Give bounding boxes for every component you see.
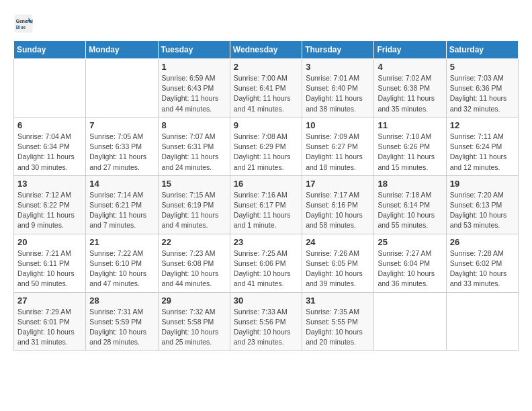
calendar-body: 1Sunrise: 6:59 AMSunset: 6:43 PMDaylight… <box>14 59 519 351</box>
calendar-cell: 25Sunrise: 7:27 AMSunset: 6:04 PMDayligh… <box>374 234 446 292</box>
calendar-cell: 22Sunrise: 7:23 AMSunset: 6:08 PMDayligh… <box>158 234 230 292</box>
day-info: Sunrise: 7:33 AMSunset: 5:56 PMDaylight:… <box>234 307 298 348</box>
calendar-cell: 14Sunrise: 7:14 AMSunset: 6:21 PMDayligh… <box>86 175 158 234</box>
calendar-cell: 4Sunrise: 7:02 AMSunset: 6:38 PMDaylight… <box>374 59 446 118</box>
logo: General Blue <box>13 13 36 34</box>
day-info: Sunrise: 7:27 AMSunset: 6:04 PMDaylight:… <box>378 248 442 289</box>
day-info: Sunrise: 7:23 AMSunset: 6:08 PMDaylight:… <box>162 248 226 289</box>
calendar-week-row: 1Sunrise: 6:59 AMSunset: 6:43 PMDaylight… <box>14 59 519 118</box>
day-number: 23 <box>234 237 298 247</box>
day-number: 12 <box>450 120 515 130</box>
calendar-cell: 29Sunrise: 7:32 AMSunset: 5:58 PMDayligh… <box>158 292 230 351</box>
calendar-cell <box>14 59 86 118</box>
day-number: 31 <box>306 295 370 306</box>
day-number: 21 <box>89 237 154 247</box>
calendar-cell <box>446 292 518 351</box>
day-number: 29 <box>162 295 226 306</box>
day-number: 4 <box>378 62 442 72</box>
calendar-cell <box>374 292 446 351</box>
day-info: Sunrise: 7:08 AMSunset: 6:29 PMDaylight:… <box>234 132 298 173</box>
day-info: Sunrise: 7:31 AMSunset: 5:59 PMDaylight:… <box>89 307 154 348</box>
day-info: Sunrise: 7:02 AMSunset: 6:38 PMDaylight:… <box>378 73 442 114</box>
weekday-header: Saturday <box>446 41 518 59</box>
day-info: Sunrise: 7:12 AMSunset: 6:22 PMDaylight:… <box>17 190 82 231</box>
calendar-table: SundayMondayTuesdayWednesdayThursdayFrid… <box>13 40 519 351</box>
day-info: Sunrise: 7:15 AMSunset: 6:19 PMDaylight:… <box>162 190 226 231</box>
day-number: 15 <box>162 179 226 189</box>
day-number: 18 <box>378 179 442 189</box>
day-number: 25 <box>378 237 442 247</box>
day-info: Sunrise: 7:29 AMSunset: 6:01 PMDaylight:… <box>17 307 82 348</box>
calendar-week-row: 27Sunrise: 7:29 AMSunset: 6:01 PMDayligh… <box>14 292 519 351</box>
svg-rect-0 <box>15 15 33 33</box>
calendar-cell: 15Sunrise: 7:15 AMSunset: 6:19 PMDayligh… <box>158 175 230 234</box>
day-info: Sunrise: 7:07 AMSunset: 6:31 PMDaylight:… <box>162 132 226 173</box>
day-info: Sunrise: 7:16 AMSunset: 6:17 PMDaylight:… <box>234 190 298 231</box>
calendar-week-row: 6Sunrise: 7:04 AMSunset: 6:34 PMDaylight… <box>14 117 519 175</box>
day-info: Sunrise: 7:28 AMSunset: 6:02 PMDaylight:… <box>450 248 515 289</box>
calendar-cell: 17Sunrise: 7:17 AMSunset: 6:16 PMDayligh… <box>302 175 374 234</box>
day-info: Sunrise: 6:59 AMSunset: 6:43 PMDaylight:… <box>162 73 226 114</box>
day-info: Sunrise: 7:05 AMSunset: 6:33 PMDaylight:… <box>89 132 154 173</box>
day-info: Sunrise: 7:17 AMSunset: 6:16 PMDaylight:… <box>306 190 370 231</box>
calendar-cell: 21Sunrise: 7:22 AMSunset: 6:10 PMDayligh… <box>86 234 158 292</box>
day-number: 5 <box>450 62 515 72</box>
day-info: Sunrise: 7:14 AMSunset: 6:21 PMDaylight:… <box>89 190 154 231</box>
day-number: 6 <box>17 120 82 130</box>
calendar-cell: 20Sunrise: 7:21 AMSunset: 6:11 PMDayligh… <box>14 234 86 292</box>
calendar-cell <box>86 59 158 118</box>
calendar-cell: 6Sunrise: 7:04 AMSunset: 6:34 PMDaylight… <box>14 117 86 175</box>
calendar-week-row: 20Sunrise: 7:21 AMSunset: 6:11 PMDayligh… <box>14 234 519 292</box>
calendar-cell: 31Sunrise: 7:35 AMSunset: 5:55 PMDayligh… <box>302 292 374 351</box>
day-info: Sunrise: 7:22 AMSunset: 6:10 PMDaylight:… <box>89 248 154 289</box>
day-info: Sunrise: 7:18 AMSunset: 6:14 PMDaylight:… <box>378 190 442 231</box>
day-info: Sunrise: 7:04 AMSunset: 6:34 PMDaylight:… <box>17 132 82 173</box>
calendar-cell: 24Sunrise: 7:26 AMSunset: 6:05 PMDayligh… <box>302 234 374 292</box>
day-info: Sunrise: 7:09 AMSunset: 6:27 PMDaylight:… <box>306 132 370 173</box>
day-info: Sunrise: 7:03 AMSunset: 6:36 PMDaylight:… <box>450 73 515 114</box>
logo-icon: General Blue <box>13 13 34 34</box>
calendar-cell: 1Sunrise: 6:59 AMSunset: 6:43 PMDaylight… <box>158 59 230 118</box>
day-info: Sunrise: 7:32 AMSunset: 5:58 PMDaylight:… <box>162 307 226 348</box>
day-info: Sunrise: 7:25 AMSunset: 6:06 PMDaylight:… <box>234 248 298 289</box>
weekday-header: Friday <box>374 41 446 59</box>
day-info: Sunrise: 7:20 AMSunset: 6:13 PMDaylight:… <box>450 190 515 231</box>
day-number: 28 <box>89 295 154 306</box>
day-number: 11 <box>378 120 442 130</box>
calendar-cell: 19Sunrise: 7:20 AMSunset: 6:13 PMDayligh… <box>446 175 518 234</box>
weekday-header: Thursday <box>302 41 374 59</box>
day-number: 17 <box>306 179 370 189</box>
weekday-header: Wednesday <box>230 41 302 59</box>
day-info: Sunrise: 7:35 AMSunset: 5:55 PMDaylight:… <box>306 307 370 348</box>
page-header: General Blue <box>13 13 519 34</box>
calendar-cell: 9Sunrise: 7:08 AMSunset: 6:29 PMDaylight… <box>230 117 302 175</box>
calendar-cell: 11Sunrise: 7:10 AMSunset: 6:26 PMDayligh… <box>374 117 446 175</box>
weekday-header: Sunday <box>14 41 86 59</box>
day-info: Sunrise: 7:26 AMSunset: 6:05 PMDaylight:… <box>306 248 370 289</box>
day-number: 16 <box>234 179 298 189</box>
calendar-cell: 10Sunrise: 7:09 AMSunset: 6:27 PMDayligh… <box>302 117 374 175</box>
day-number: 19 <box>450 179 515 189</box>
day-info: Sunrise: 7:11 AMSunset: 6:24 PMDaylight:… <box>450 132 515 173</box>
day-number: 13 <box>17 179 82 189</box>
day-number: 26 <box>450 237 515 247</box>
day-info: Sunrise: 7:10 AMSunset: 6:26 PMDaylight:… <box>378 132 442 173</box>
calendar-week-row: 13Sunrise: 7:12 AMSunset: 6:22 PMDayligh… <box>14 175 519 234</box>
day-number: 30 <box>234 295 298 306</box>
header-row: SundayMondayTuesdayWednesdayThursdayFrid… <box>14 41 519 59</box>
calendar-cell: 18Sunrise: 7:18 AMSunset: 6:14 PMDayligh… <box>374 175 446 234</box>
day-number: 10 <box>306 120 370 130</box>
day-number: 7 <box>89 120 154 130</box>
calendar-cell: 7Sunrise: 7:05 AMSunset: 6:33 PMDaylight… <box>86 117 158 175</box>
day-number: 2 <box>234 62 298 72</box>
weekday-header: Tuesday <box>158 41 230 59</box>
calendar-cell: 12Sunrise: 7:11 AMSunset: 6:24 PMDayligh… <box>446 117 518 175</box>
calendar-cell: 30Sunrise: 7:33 AMSunset: 5:56 PMDayligh… <box>230 292 302 351</box>
day-number: 20 <box>17 237 82 247</box>
weekday-header: Monday <box>86 41 158 59</box>
day-number: 14 <box>89 179 154 189</box>
calendar-header: SundayMondayTuesdayWednesdayThursdayFrid… <box>14 41 519 59</box>
calendar-cell: 13Sunrise: 7:12 AMSunset: 6:22 PMDayligh… <box>14 175 86 234</box>
svg-text:Blue: Blue <box>16 25 26 30</box>
day-number: 27 <box>17 295 82 306</box>
